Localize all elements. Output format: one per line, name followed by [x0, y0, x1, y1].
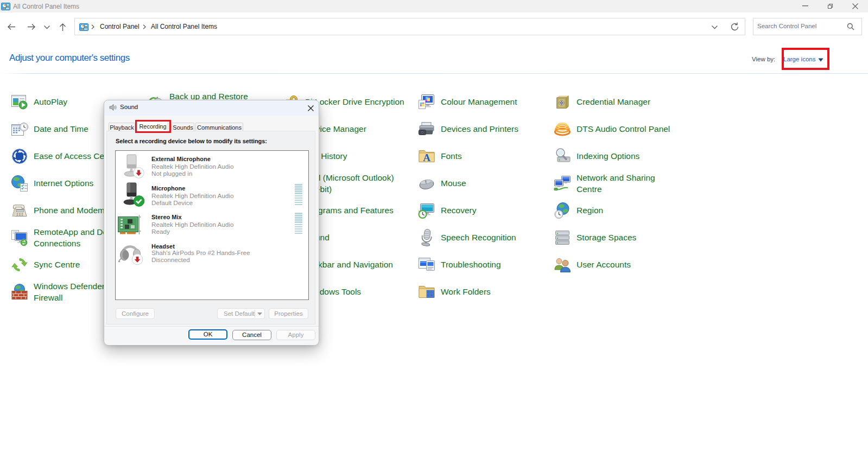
svg-text:A: A	[423, 152, 430, 163]
